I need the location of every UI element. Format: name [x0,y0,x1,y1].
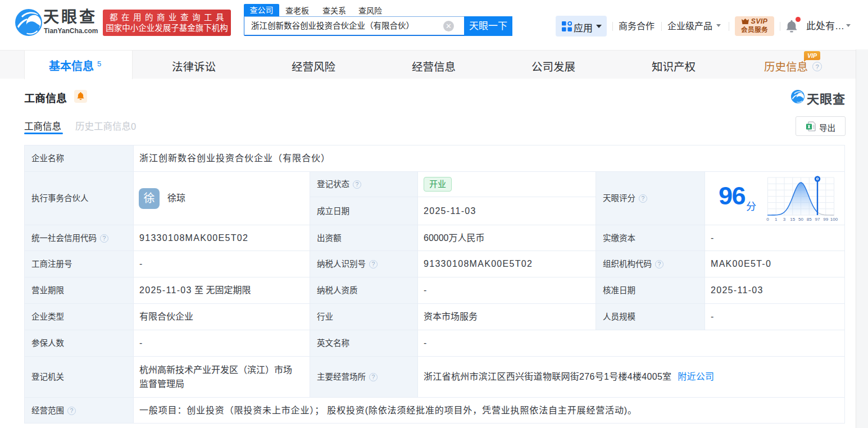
svg-text:1: 1 [775,217,778,222]
svg-text:97: 97 [815,217,820,222]
svg-text:0: 0 [766,217,769,222]
svg-text:100: 100 [830,217,838,222]
svg-text:3: 3 [783,217,786,222]
svg-text:99: 99 [823,217,828,222]
svg-text:15: 15 [790,217,795,222]
svg-text:85: 85 [807,217,812,222]
svg-text:50: 50 [798,217,803,222]
